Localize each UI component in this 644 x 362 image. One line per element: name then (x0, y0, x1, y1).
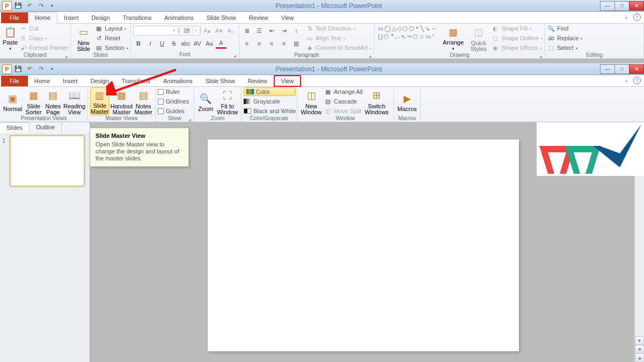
underline-button[interactable]: U (157, 38, 167, 49)
shrink-font-icon[interactable]: A▾ (214, 25, 224, 36)
minimize-button[interactable]: — (600, 1, 615, 11)
line-spacing-icon[interactable]: ↕ (291, 25, 302, 36)
reset-button[interactable]: ↺Reset (95, 34, 128, 42)
move-split-button[interactable]: ◫Move Split (324, 107, 363, 115)
notes-page-button[interactable]: ▤Notes Page (44, 87, 62, 115)
slide-master-button[interactable]: ▥Slide Master (90, 87, 109, 115)
font-family-combo[interactable]: ▾ (133, 26, 179, 35)
indent-icon[interactable]: ⇥ (279, 25, 289, 36)
tab-transitions[interactable]: Transitions (115, 76, 157, 86)
bullets-icon[interactable]: ≣ (241, 25, 252, 36)
clear-format-icon[interactable]: Aₓ (225, 25, 236, 36)
minimize-ribbon-icon[interactable]: ▵ (623, 77, 630, 84)
scroll-down-icon[interactable]: ▼ (635, 336, 644, 345)
tab-view[interactable]: View (275, 12, 301, 23)
new-window-button[interactable]: ◫New Window (299, 87, 323, 115)
redo-icon[interactable]: ↷ (36, 1, 46, 11)
tab-insert[interactable]: Insert (56, 76, 84, 86)
cascade-button[interactable]: ▧Cascade (324, 97, 363, 106)
align-text-button[interactable]: ▭Align Text▾ (306, 34, 371, 42)
tab-insert[interactable]: Insert (57, 12, 85, 23)
strike-button[interactable]: S (169, 38, 179, 49)
tab-home[interactable]: Home (28, 76, 56, 86)
gridlines-checkbox[interactable]: Gridlines (158, 97, 189, 106)
format-painter-button[interactable]: 🖌Format Painter (19, 43, 68, 52)
paste-button[interactable]: 📋 Paste ▼ (2, 24, 18, 52)
columns-icon[interactable]: ▥ (291, 38, 302, 49)
guides-checkbox[interactable]: Guides (158, 107, 189, 115)
grow-font-icon[interactable]: A▴ (202, 25, 213, 36)
layout-button[interactable]: ▦Layout▾ (95, 24, 128, 33)
convert-smartart-button[interactable]: ◆Convert to SmartArt▾ (306, 43, 371, 52)
font-size-combo[interactable]: 28▾ (180, 26, 201, 35)
replace-button[interactable]: abReplace▾ (547, 34, 582, 42)
ruler-checkbox[interactable]: Ruler (158, 87, 189, 96)
close-button[interactable]: ✕ (629, 1, 644, 11)
new-slide-button[interactable]: ▭ New Slide (73, 24, 94, 52)
tab-animations[interactable]: Animations (157, 76, 199, 86)
tab-review[interactable]: Review (241, 76, 274, 86)
arrange-all-button[interactable]: ▦Arrange All (324, 87, 363, 96)
tab-animations[interactable]: Animations (158, 12, 200, 23)
undo-icon[interactable]: ↶ (25, 1, 34, 11)
text-direction-button[interactable]: ⇅Text Direction▾ (306, 24, 371, 33)
align-right-icon[interactable]: ≡ (266, 38, 277, 49)
notes-master-button[interactable]: ▤Notes Master (134, 87, 153, 115)
tab-file[interactable]: File (1, 12, 28, 23)
bold-button[interactable]: B (133, 38, 144, 49)
normal-view-button[interactable]: ▣Normal (2, 87, 23, 115)
cut-button[interactable]: ✂Cut (19, 24, 68, 33)
panel-tab-slides[interactable]: Slides (0, 122, 30, 133)
justify-icon[interactable]: ≡ (279, 38, 289, 49)
slide-thumbnail[interactable]: 1 (0, 133, 90, 189)
maximize-button[interactable]: □ (614, 64, 630, 74)
tab-review[interactable]: Review (243, 12, 275, 23)
bw-button[interactable]: Black and White (244, 107, 296, 115)
help-icon[interactable]: ? (633, 13, 641, 21)
qat-dropdown-icon[interactable]: ▼ (47, 64, 57, 74)
minimize-ribbon-icon[interactable]: ▵ (623, 13, 630, 21)
shapes-gallery[interactable]: ▭◯△◇⬠⬡▲ ╲↘↔{}⬠▼ ⌓∿⤳⬠☆▭≡ (377, 24, 440, 41)
quick-styles-button[interactable]: ◫Quick Styles (466, 24, 491, 52)
tab-design[interactable]: Design (85, 12, 116, 23)
font-color-button[interactable]: A (216, 38, 226, 49)
save-icon[interactable]: 💾 (13, 1, 23, 11)
numbering-icon[interactable]: ☰ (254, 25, 265, 36)
macros-button[interactable]: ▶Macros (396, 87, 418, 115)
select-button[interactable]: ⬚Select▾ (547, 43, 582, 52)
tab-design[interactable]: Design (84, 76, 115, 86)
close-button[interactable]: ✕ (629, 64, 644, 74)
tab-slide-show[interactable]: Slide Show (199, 76, 241, 86)
handout-master-button[interactable]: ▦Handout Master (111, 87, 133, 115)
shape-effects-button[interactable]: ◉Shape Effects▾ (492, 43, 543, 52)
find-button[interactable]: 🔍Find (547, 24, 582, 33)
section-button[interactable]: ▤Section▾ (95, 43, 128, 52)
tab-transitions[interactable]: Transitions (116, 12, 158, 23)
copy-button[interactable]: ⎘Copy▾ (19, 34, 68, 42)
shape-outline-button[interactable]: ▢Shape Outline▾ (492, 34, 543, 42)
redo-icon[interactable]: ↷ (36, 64, 46, 74)
panel-tab-outline[interactable]: Outline (30, 122, 62, 133)
case-button[interactable]: Aa (204, 38, 215, 49)
tab-file[interactable]: File (1, 76, 28, 86)
undo-icon[interactable]: ↶ (25, 64, 34, 74)
save-icon[interactable]: 💾 (13, 64, 23, 74)
switch-windows-button[interactable]: ⊞Switch Windows (364, 87, 390, 115)
maximize-button[interactable]: □ (614, 1, 630, 11)
prev-slide-icon[interactable]: ⬘ (635, 345, 644, 353)
zoom-button[interactable]: 🔍Zoom (196, 87, 215, 115)
shape-fill-button[interactable]: ◐Shape Fill▾ (492, 24, 543, 33)
tab-view[interactable]: View (274, 75, 302, 87)
align-left-icon[interactable]: ≡ (241, 38, 252, 49)
slide-canvas[interactable] (208, 139, 519, 351)
help-icon[interactable]: ? (633, 77, 641, 84)
outdent-icon[interactable]: ⇤ (266, 25, 277, 36)
tab-slide-show[interactable]: Slide Show (200, 12, 243, 23)
grayscale-button[interactable]: Grayscale (244, 97, 296, 106)
qat-dropdown-icon[interactable]: ▼ (47, 1, 57, 11)
shadow-button[interactable]: abc (180, 38, 191, 49)
next-slide-icon[interactable]: ⬙ (635, 353, 644, 362)
italic-button[interactable]: I (145, 38, 156, 49)
arrange-button[interactable]: ▦Arrange▼ (441, 24, 465, 52)
color-button[interactable]: Color (244, 87, 296, 96)
